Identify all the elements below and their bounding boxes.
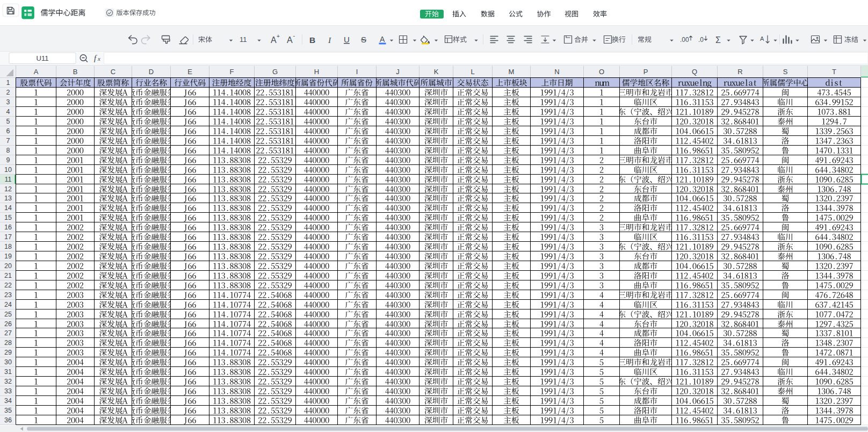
svg-text:11: 11: [240, 35, 247, 44]
svg-text:A: A: [271, 35, 277, 45]
svg-text:S: S: [361, 35, 366, 44]
svg-text:I: I: [328, 35, 331, 45]
svg-text:A: A: [380, 35, 385, 44]
svg-text:+: +: [277, 33, 280, 39]
svg-text:-: -: [293, 32, 295, 39]
svg-text:U11: U11: [37, 54, 49, 62]
svg-text:x: x: [97, 55, 100, 62]
svg-text:B: B: [309, 35, 315, 45]
svg-text:A: A: [287, 35, 293, 45]
svg-text:U: U: [344, 35, 350, 44]
svg-text:.00: .00: [680, 36, 689, 44]
svg-text:A: A: [760, 35, 764, 42]
svg-text:.0: .0: [698, 36, 704, 44]
svg-text:Σ: Σ: [715, 35, 721, 45]
